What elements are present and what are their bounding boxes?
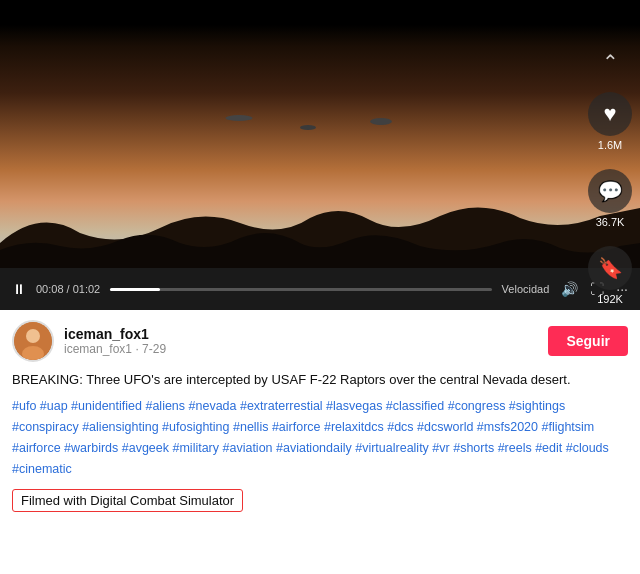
video-player[interactable]: ⌃ ♥ 1.6M 💬 36.7K 🔖 192K bbox=[0, 0, 640, 310]
speed-label[interactable]: Velocidad bbox=[502, 283, 550, 295]
author-row: iceman_fox1 iceman_fox1 · 7-29 Seguir bbox=[12, 320, 628, 362]
filmed-with-label: Filmed with Digital Combat Simulator bbox=[12, 489, 243, 512]
ufo-2 bbox=[300, 125, 316, 130]
author-name[interactable]: iceman_fox1 bbox=[64, 326, 538, 343]
bookmark-icon: 🔖 bbox=[598, 256, 623, 280]
video-description: BREAKING: Three UFO's are intercepted by… bbox=[12, 370, 628, 390]
author-info: iceman_fox1 iceman_fox1 · 7-29 bbox=[64, 326, 538, 357]
comment-count: 36.7K bbox=[596, 216, 625, 228]
like-count: 1.6M bbox=[598, 139, 622, 151]
video-controls: ⏸ 00:08 / 01:02 Velocidad 🔊 ⛶ ··· bbox=[0, 268, 640, 310]
hashtags[interactable]: #ufo #uap #unidentified #aliens #nevada … bbox=[12, 396, 628, 481]
progress-bar[interactable] bbox=[110, 288, 491, 291]
comment-icon: 💬 bbox=[598, 179, 623, 203]
progress-fill bbox=[110, 288, 160, 291]
bookmark-button[interactable]: 🔖 192K bbox=[588, 246, 632, 305]
avatar[interactable] bbox=[12, 320, 54, 362]
heart-icon: ♥ bbox=[603, 101, 616, 127]
scroll-up-icon[interactable]: ⌃ bbox=[602, 50, 619, 74]
comment-button[interactable]: 💬 36.7K bbox=[588, 169, 632, 228]
like-button[interactable]: ♥ 1.6M bbox=[588, 92, 632, 151]
svg-point-1 bbox=[26, 329, 40, 343]
follow-button[interactable]: Seguir bbox=[548, 326, 628, 356]
author-handle-date: iceman_fox1 · 7-29 bbox=[64, 342, 538, 356]
ufo-1 bbox=[226, 115, 253, 121]
side-action-buttons: ⌃ ♥ 1.6M 💬 36.7K 🔖 192K bbox=[588, 50, 632, 310]
volume-icon[interactable]: 🔊 bbox=[561, 281, 578, 297]
content-area: iceman_fox1 iceman_fox1 · 7-29 Seguir BR… bbox=[0, 310, 640, 522]
bookmark-count: 192K bbox=[597, 293, 623, 305]
ufo-3 bbox=[370, 118, 392, 125]
play-pause-button[interactable]: ⏸ bbox=[12, 281, 26, 297]
video-time: 00:08 / 01:02 bbox=[36, 283, 100, 295]
